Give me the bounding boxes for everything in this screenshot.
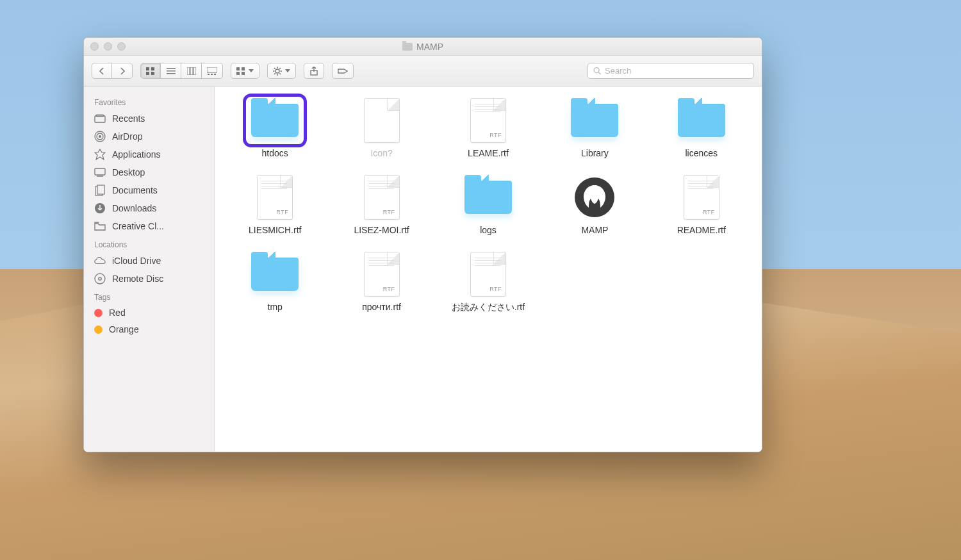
icon-view-button[interactable] [140,63,161,79]
downloads-icon [94,202,106,214]
file-label: LIESMICH.rtf [249,225,301,235]
file-label: htdocs [262,148,288,158]
file-grid[interactable]: htdocsIcon?RTFLEAME.rtfLibrarylicencesRT… [215,86,762,452]
file-label: LISEZ-MOI.rtf [354,225,409,235]
sidebar-item-label: Documents [112,185,158,195]
sidebar-item-recents[interactable]: Recents [84,110,214,128]
sidebar-item-documents[interactable]: Documents [84,181,214,199]
file-item[interactable]: RTFLIESMICH.rtf [229,176,321,235]
file-icon [356,99,408,142]
folder-icon [462,176,514,218]
group-by-button[interactable] [231,63,259,79]
rtf-file-icon: RTF [462,99,514,142]
svg-rect-10 [207,67,217,72]
file-item[interactable]: RTFпрочти.rtf [335,253,427,313]
svg-rect-16 [236,72,240,75]
file-label: Library [581,148,609,158]
zoom-button[interactable] [117,42,126,51]
gallery-view-button[interactable] [202,63,223,79]
forward-button[interactable] [112,63,133,79]
group-icon [236,67,245,75]
file-item[interactable]: tmp [229,253,321,313]
svg-rect-3 [151,72,154,75]
columns-icon [187,67,196,75]
cloud-icon [94,255,106,267]
search-field[interactable] [587,63,754,79]
sidebar-item-label: Recents [112,113,145,124]
file-item[interactable]: RTFLISEZ-MOI.rtf [335,176,427,235]
file-label: お読みください.rtf [452,302,525,313]
svg-point-32 [99,135,101,138]
sidebar-item-downloads[interactable]: Downloads [84,199,214,217]
minimize-button[interactable] [104,42,112,51]
sidebar-item-label: Orange [109,324,139,334]
sidebar-item-applications[interactable]: Applications [84,145,214,163]
file-label: logs [480,225,497,235]
sidebar-item-label: AirDrop [112,131,142,142]
file-item[interactable]: RTFお読みください.rtf [442,253,534,313]
svg-line-29 [598,72,600,74]
sidebar-item-airdrop[interactable]: AirDrop [84,128,214,145]
share-button[interactable] [304,63,324,79]
sidebar-heading-tags: Tags [84,288,214,304]
folder-icon [249,253,301,295]
action-menu-button[interactable] [267,63,296,79]
tag-icon [338,67,348,75]
column-view-button[interactable] [181,63,202,79]
rtf-file-icon: RTF [356,253,408,295]
documents-icon [94,185,106,196]
svg-rect-7 [187,67,190,75]
file-item[interactable]: RTFREADME.rtf [655,176,748,235]
close-button[interactable] [90,42,99,51]
sidebar-heading-favorites: Favorites [84,93,214,110]
file-item[interactable]: RTFLEAME.rtf [442,99,534,158]
svg-rect-17 [242,72,245,75]
svg-line-26 [279,68,281,69]
tag-dot-orange [94,325,103,334]
sidebar-item-tag-red[interactable]: Red [84,304,214,321]
svg-rect-5 [167,70,176,72]
chevron-down-icon [249,69,254,72]
svg-rect-9 [193,67,196,75]
sidebar-item-tag-orange[interactable]: Orange [84,321,214,338]
sidebar-item-creative-cloud[interactable]: Creative Cl... [84,217,214,235]
sidebar-item-icloud[interactable]: iCloud Drive [84,252,214,270]
svg-rect-4 [167,68,176,69]
file-item[interactable]: htdocs [229,99,321,158]
back-button[interactable] [92,63,112,79]
sidebar: Favorites Recents AirDrop Applications D… [84,86,215,452]
sidebar-item-desktop[interactable]: Desktop [84,163,214,181]
grid-icon [146,67,155,75]
nav-buttons [92,63,133,79]
svg-point-28 [594,68,599,73]
file-item[interactable]: logs [442,176,534,235]
chevron-right-icon [119,67,126,75]
svg-rect-6 [167,73,176,74]
svg-line-24 [279,73,281,74]
sidebar-item-label: iCloud Drive [112,256,161,266]
list-view-button[interactable] [161,63,181,79]
file-item[interactable]: Library [548,99,641,158]
svg-line-23 [274,68,275,69]
tags-button[interactable] [332,63,354,79]
svg-rect-8 [190,67,193,75]
airdrop-icon [94,131,106,142]
svg-rect-14 [236,67,240,70]
svg-rect-15 [242,67,245,70]
file-item[interactable]: licences [655,99,748,158]
share-icon [310,67,318,76]
folder-icon [402,43,413,51]
file-label: LEAME.rtf [468,148,509,158]
list-icon [167,67,176,75]
rtf-file-icon: RTF [356,176,408,218]
chevron-down-icon [285,69,290,72]
file-item[interactable]: MAMP [548,176,641,235]
content-area: Favorites Recents AirDrop Applications D… [84,86,762,452]
file-label: Icon? [370,148,392,158]
sidebar-item-remote-disc[interactable]: Remote Disc [84,270,214,288]
file-item[interactable]: Icon? [335,99,427,158]
file-label: README.rtf [677,225,726,235]
search-input[interactable] [605,66,748,76]
svg-rect-38 [97,185,104,194]
titlebar[interactable]: MAMP [84,38,762,56]
